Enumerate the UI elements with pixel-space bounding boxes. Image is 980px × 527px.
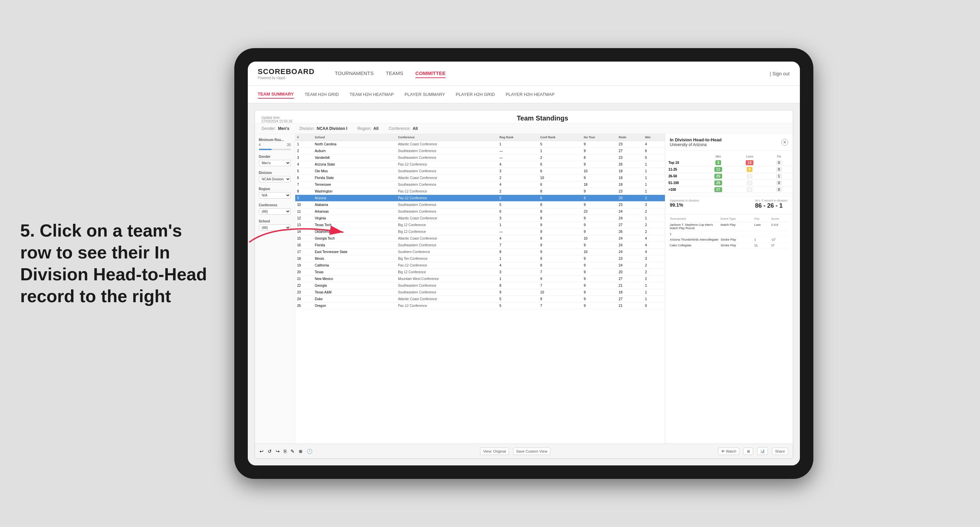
toolbar-redo[interactable]: ↪ xyxy=(276,449,280,454)
cell-win: 4 xyxy=(643,235,665,242)
cell-conf-rank: 9 xyxy=(538,276,582,283)
sub-nav-team-summary[interactable]: TEAM SUMMARY xyxy=(258,90,294,98)
division-select[interactable]: NCAA Division I xyxy=(259,176,291,183)
cell-conf: Atlantic Coast Conference xyxy=(396,141,497,148)
school-select[interactable]: (All) xyxy=(259,224,291,231)
nav-tournaments[interactable]: TOURNAMENTS xyxy=(335,69,374,78)
cell-reg-rank: — xyxy=(498,229,538,235)
cell-conf-rank: 6 xyxy=(538,161,582,168)
cell-rank: 9 xyxy=(295,195,313,202)
table-row[interactable]: 22 Georgia Southeastern Conference 8 7 9… xyxy=(295,283,665,289)
min-rounds-slider[interactable] xyxy=(259,149,291,150)
region-select[interactable]: N/A xyxy=(259,192,291,198)
cell-conf: Southeastern Conference xyxy=(396,242,497,249)
sub-nav-player-h2h-heatmap[interactable]: PLAYER H2H HEATMAP xyxy=(506,90,554,98)
cell-win: 1 xyxy=(643,215,665,222)
toolbar-edit[interactable]: ✎ xyxy=(291,449,294,454)
cell-conf: Southeastern Conference xyxy=(396,168,497,175)
tournament-section: Tournament Event Type Pos Score Jackson … xyxy=(665,214,793,250)
h2h-row: 26-50 25 2 1 xyxy=(665,173,793,180)
toolbar-clock[interactable]: 🕐 xyxy=(307,449,312,454)
table-row[interactable]: 19 California Pac-12 Conference 4 8 9 24… xyxy=(295,262,665,269)
table-row[interactable]: 4 Arizona State Pac-12 Conference 4 6 9 … xyxy=(295,161,665,168)
sub-nav-player-h2h-grid[interactable]: PLAYER H2H GRID xyxy=(456,90,495,98)
table-row[interactable]: 20 Texas Big 12 Conference 3 7 9 20 2 xyxy=(295,269,665,276)
opponents-label: Opponents in division: xyxy=(670,199,700,202)
monitor-button[interactable]: 🖥 xyxy=(743,448,753,455)
right-panel-titles: In Division Head-to-Head University of A… xyxy=(670,137,722,147)
slider-fill xyxy=(259,149,272,150)
cell-conf: Southeastern Conference xyxy=(396,202,497,208)
th-rnds: Rnds xyxy=(617,134,643,141)
cell-school: Texas xyxy=(313,269,396,276)
cell-no-tour: 9 xyxy=(582,148,617,154)
t-result: 1 xyxy=(754,238,771,241)
cell-win: 6 xyxy=(643,148,665,154)
wl-right: W-L-T record in-division: 86 - 26 - 1 xyxy=(755,199,788,210)
cell-conf: Pac-12 Conference xyxy=(396,303,497,309)
standings-area: # School Conference Reg Rank Conf Rank N… xyxy=(295,134,665,444)
table-row[interactable]: 18 Illinois Big Ten Conference 1 9 9 23 … xyxy=(295,256,665,262)
table-row[interactable]: 24 Duke Atlantic Coast Conference 5 9 9 … xyxy=(295,296,665,303)
table-row[interactable]: 8 Washington Pac-12 Conference 2 8 9 23 … xyxy=(295,188,665,195)
cell-rnds: 23 xyxy=(617,202,643,208)
view-original-button[interactable]: View: Original xyxy=(480,448,509,455)
sub-nav-team-h2h-grid[interactable]: TEAM H2H GRID xyxy=(305,90,339,98)
filter-group-gender: Gender Men's Women's xyxy=(259,155,291,166)
t-name: Cabo Collegiate xyxy=(670,244,721,247)
cell-win: 1 xyxy=(643,188,665,195)
cell-no-tour: 9 xyxy=(582,303,617,309)
close-button[interactable]: ✕ xyxy=(781,139,788,146)
toolbar-undo[interactable]: ↩ xyxy=(259,449,264,454)
table-row[interactable]: 21 New Mexico Mountain West Conference 1… xyxy=(295,276,665,283)
table-row[interactable]: 9 Arizona Pac-12 Conference 5 8 9 20 2 xyxy=(295,195,665,202)
cell-school: East Tennessee State xyxy=(313,249,396,256)
nav-committee[interactable]: COMMITTEE xyxy=(415,69,446,78)
sub-nav-player-summary[interactable]: PLAYER SUMMARY xyxy=(405,90,445,98)
table-row[interactable]: 2 Auburn Southeastern Conference — 1 9 2… xyxy=(295,148,665,154)
table-row[interactable]: 11 Arkansas Southeastern Conference 6 8 … xyxy=(295,208,665,215)
toolbar-refresh[interactable]: ↺ xyxy=(268,449,272,454)
table-row[interactable]: 17 East Tennessee State Southern Confere… xyxy=(295,249,665,256)
table-row[interactable]: 5 Ole Miss Southeastern Conference 3 6 1… xyxy=(295,168,665,175)
table-row[interactable]: 3 Vanderbilt Southeastern Conference — 2… xyxy=(295,154,665,161)
table-row[interactable]: 14 Oklahoma Big 12 Conference — 9 9 26 2 xyxy=(295,229,665,235)
share-button[interactable]: Share xyxy=(772,448,788,455)
cell-rnds: 27 xyxy=(617,276,643,283)
cell-rank: 14 xyxy=(295,229,313,235)
table-row[interactable]: 10 Alabama Southeastern Conference 5 8 9… xyxy=(295,202,665,208)
cell-win: 1 xyxy=(643,283,665,289)
table-row[interactable]: 12 Virginia Atlantic Coast Conference 3 … xyxy=(295,215,665,222)
save-custom-view-button[interactable]: Save Custom View xyxy=(513,448,550,455)
sub-nav-team-h2h-heatmap[interactable]: TEAM H2H HEATMAP xyxy=(350,90,393,98)
h2h-team: University of Arizona xyxy=(670,142,722,147)
table-row[interactable]: 13 Texas Tech Big 12 Conference 1 9 9 27… xyxy=(295,222,665,229)
table-row[interactable]: 23 Texas A&M Southeastern Conference 9 1… xyxy=(295,289,665,296)
conference-label: Conference: xyxy=(388,126,410,131)
cell-conf-rank: 6 xyxy=(538,181,582,188)
watch-button[interactable]: 👁 Watch xyxy=(718,448,739,455)
table-row[interactable]: 25 Oregon Pac-12 Conference 5 7 9 21 0 xyxy=(295,303,665,309)
toolbar-add[interactable]: ⊕ xyxy=(299,449,303,454)
table-row[interactable]: 15 Georgia Tech Atlantic Coast Conferenc… xyxy=(295,235,665,242)
th-no-tour: No Tour xyxy=(582,134,617,141)
chart-button[interactable]: 📊 xyxy=(757,447,768,455)
t-score: 2-3-0 xyxy=(771,223,788,230)
h2h-cell-label: 26-50 xyxy=(665,173,703,180)
panel-title: Team Standings xyxy=(299,114,786,122)
logo-text: SCOREBOARD xyxy=(258,67,315,76)
toolbar-copy[interactable]: ⎘ xyxy=(284,449,286,454)
sign-out[interactable]: | Sign out xyxy=(770,71,790,76)
table-row[interactable]: 7 Tennessee Southeastern Conference 4 6 … xyxy=(295,181,665,188)
table-row[interactable]: 1 North Carolina Atlantic Coast Conferen… xyxy=(295,141,665,148)
nav-teams[interactable]: TEAMS xyxy=(386,69,403,78)
table-row[interactable]: 6 Florida State Atlantic Coast Conferenc… xyxy=(295,175,665,181)
table-row[interactable]: 16 Florida Southeastern Conference 7 9 9… xyxy=(295,242,665,249)
cell-school: Duke xyxy=(313,296,396,303)
panel-body: Minimum Rou... 4 20 Gender xyxy=(255,134,793,444)
conference-select[interactable]: (All) xyxy=(259,208,291,215)
h2h-row: Top 10 3 13 0 xyxy=(665,160,793,166)
cell-rnds: 24 xyxy=(617,208,643,215)
gender-select[interactable]: Men's Women's xyxy=(259,160,291,166)
cell-reg-rank: 1 xyxy=(498,222,538,229)
